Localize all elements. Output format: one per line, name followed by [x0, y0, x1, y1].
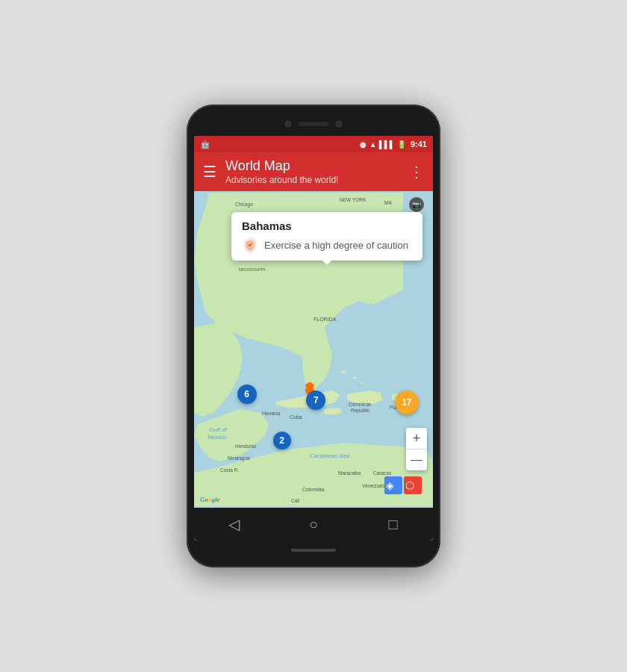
phone-screen: 🤖 ⏰ ▲ ▌▌▌ 🔋 9:41 ☰ World Map Advisories …	[194, 136, 433, 541]
app-title: World Map	[225, 158, 400, 175]
menu-icon[interactable]: ☰	[203, 163, 216, 181]
svg-point-1	[340, 370, 346, 373]
alarm-icon: ⏰	[358, 140, 367, 149]
status-time: 9:41	[411, 140, 427, 149]
svg-text:Republic: Republic	[351, 408, 370, 414]
svg-text:Caracas: Caracas	[373, 470, 392, 476]
home-bar	[291, 549, 336, 552]
status-bar: 🤖 ⏰ ▲ ▌▌▌ 🔋 9:41	[194, 136, 433, 152]
zoom-out-button[interactable]: —	[406, 449, 427, 470]
svg-text:MA: MA	[384, 200, 392, 205]
shield-icon	[242, 237, 258, 253]
map-camera-icon[interactable]: 📷	[409, 197, 424, 212]
popup-row: Exercise a high degree of caution	[242, 237, 412, 253]
back-button[interactable]: ◁	[215, 508, 252, 541]
svg-text:Colombia: Colombia	[302, 487, 325, 492]
home-button[interactable]: ○	[295, 508, 332, 541]
wifi-icon: ▲	[369, 140, 377, 149]
cluster-6[interactable]: 6	[237, 385, 257, 404]
popup-advisory: Exercise a high degree of caution	[264, 240, 408, 251]
phone-device: 🤖 ⏰ ▲ ▌▌▌ 🔋 9:41 ☰ World Map Advisories …	[187, 105, 440, 567]
app-subtitle: Advisories around the world!	[225, 175, 400, 185]
battery-icon: 🔋	[397, 140, 406, 149]
svg-text:Dominican: Dominican	[349, 402, 372, 407]
svg-text:⬡: ⬡	[405, 479, 414, 491]
svg-text:Chicago: Chicago	[235, 202, 253, 208]
svg-point-2	[352, 377, 357, 379]
svg-point-3	[361, 382, 364, 384]
recent-apps-button[interactable]: □	[375, 508, 412, 541]
zoom-in-button[interactable]: +	[406, 428, 427, 449]
google-logo: Google	[200, 496, 220, 503]
bahamas-popup[interactable]: Bahamas Exercise a high degree of cautio…	[231, 212, 422, 261]
status-icons: ⏰ ▲ ▌▌▌ 🔋 9:41	[358, 140, 427, 149]
speaker	[299, 122, 328, 126]
svg-text:NEW YORK: NEW YORK	[340, 197, 366, 202]
svg-text:Gulf of: Gulf of	[209, 426, 227, 433]
svg-text:FLORIDA: FLORIDA	[314, 317, 337, 322]
phone-top-bar	[194, 115, 433, 133]
svg-text:Caribbean Sea: Caribbean Sea	[310, 452, 350, 459]
svg-text:Nicaragua: Nicaragua	[228, 455, 250, 461]
svg-text:Venezuela: Venezuela	[362, 483, 387, 488]
popup-title: Bahamas	[242, 220, 412, 232]
svg-text:Costa R.: Costa R.	[220, 467, 239, 473]
svg-text:Maracaibo: Maracaibo	[338, 470, 361, 476]
zoom-controls: + —	[406, 428, 427, 470]
map-container[interactable]: Gulf of Mexico Caribbean Sea Chicago NEW…	[194, 191, 433, 508]
more-icon[interactable]: ⋮	[409, 163, 424, 181]
svg-text:Cali: Cali	[291, 498, 299, 503]
svg-text:Honduras: Honduras	[235, 444, 257, 449]
phone-bottom-bar	[194, 544, 433, 557]
svg-text:Havana: Havana	[262, 411, 280, 416]
svg-text:◈: ◈	[386, 479, 394, 491]
svg-text:MISSISSIPPI: MISSISSIPPI	[239, 267, 266, 272]
svg-text:Mexico: Mexico	[208, 434, 227, 441]
app-bar-title: World Map Advisories around the world!	[225, 158, 400, 185]
app-bar: ☰ World Map Advisories around the world!…	[194, 152, 433, 191]
cluster-2[interactable]: 2	[273, 432, 291, 449]
sensor	[336, 121, 342, 127]
cluster-17[interactable]: 17	[395, 391, 419, 414]
bottom-nav: ◁ ○ □	[194, 508, 433, 541]
svg-text:Cuba: Cuba	[290, 414, 302, 420]
signal-icon: ▌▌▌	[379, 140, 395, 149]
front-camera	[285, 121, 291, 127]
